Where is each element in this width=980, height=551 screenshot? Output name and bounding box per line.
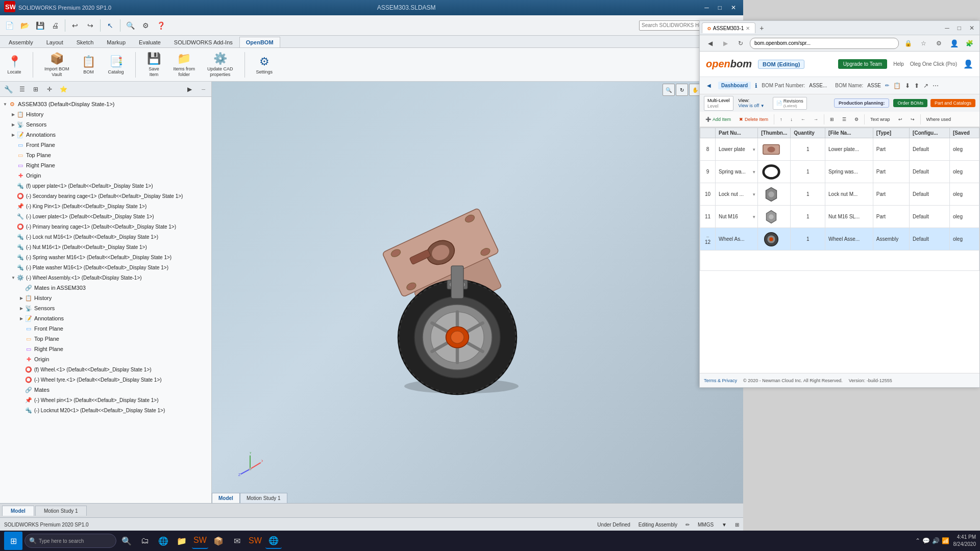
tree-filter2-btn[interactable]: ⏤ <box>197 83 209 95</box>
move-left-btn[interactable]: ← <box>797 115 809 124</box>
tree-item-assem303[interactable]: ▼ ⚙ ASSEM303 (Default<Display State-1>) <box>0 99 211 109</box>
table-row[interactable]: 11 Nut M16 ▼ 1 Nut M16 SL... Part Defaul… <box>700 206 979 228</box>
tree-move-btn[interactable]: ✛ <box>43 83 56 95</box>
vp-zoom-btn[interactable]: 🔍 <box>663 84 675 96</box>
taskbar-solidworks[interactable]: SW <box>192 533 208 549</box>
col-file-name[interactable]: [File Na... <box>825 128 873 138</box>
expand-arrow-s2[interactable]: ▶ <box>18 305 24 311</box>
taskbar-edge[interactable]: 🌐 <box>155 533 172 549</box>
ribbon-items-from-folder[interactable]: 📁 Items fromfolder <box>170 50 199 80</box>
bom-share2-icon[interactable]: ↗ <box>923 82 928 89</box>
col-thumbnail[interactable]: [Thumbn... <box>758 128 791 138</box>
expand-arrow-sensors[interactable]: ▶ <box>10 121 16 128</box>
help-button[interactable]: Help <box>893 61 904 67</box>
browser-minimize-btn[interactable]: ─ <box>942 24 952 32</box>
vp-rotate-btn[interactable]: ↻ <box>676 84 688 96</box>
back-arrow-btn[interactable]: ◀ <box>704 82 714 89</box>
tree-expand-btn[interactable]: ▶ <box>183 83 195 95</box>
tab-openbom[interactable]: OpenBOM <box>239 37 280 47</box>
redo-button[interactable]: ↪ <box>83 18 97 33</box>
tree-item-lower-plate[interactable]: ▶ 🔧 (-) Lower plate<1> (Default<<Default… <box>0 211 211 221</box>
table-row[interactable]: 9 Spring wa... ▼ 1 Spring was... Part De… <box>700 161 979 183</box>
print-button[interactable]: 🖨 <box>48 18 62 33</box>
grid-view-btn[interactable]: ⊞ <box>826 115 838 124</box>
taskbar-search-box[interactable]: 🔍 Type here to search <box>24 534 116 548</box>
browser-ext-btn[interactable]: 🧩 <box>963 37 975 49</box>
close-button[interactable]: ✕ <box>728 3 739 12</box>
move-right-btn[interactable]: → <box>810 115 822 124</box>
where-used-btn[interactable]: Where used <box>923 115 955 124</box>
taskbar-expand-icon[interactable]: ⌃ <box>915 537 920 544</box>
col-settings-btn[interactable]: ⚙ <box>851 115 862 124</box>
part-num-cell[interactable]: Lower plate ▼ <box>716 138 758 161</box>
tree-item-lock-nut[interactable]: ▶ 🔩 (-) Lock nut M16<1> (Default<<Defaul… <box>0 232 211 242</box>
tree-item-history2[interactable]: ▶ 📋 History <box>0 293 211 303</box>
table-row[interactable]: 10 Lock nut ... ▼ 1 Lock nut M... Part D… <box>700 183 979 206</box>
expand-status-icon[interactable]: ⊞ <box>735 522 739 528</box>
tree-list-btn[interactable]: ☰ <box>16 83 28 95</box>
bom-upload-icon[interactable]: ⬆ <box>914 82 919 89</box>
ribbon-locate[interactable]: 📍 Locate <box>4 53 24 77</box>
expand-arrow[interactable]: ▶ <box>10 111 16 117</box>
col-row-num[interactable] <box>700 128 716 138</box>
new-tab-button[interactable]: + <box>755 24 768 32</box>
dropdown-arrow[interactable]: ▼ <box>752 147 756 152</box>
expand-arrow-anno[interactable]: ▶ <box>10 132 16 138</box>
tree-item-right-plane1[interactable]: ▶ ▭ Right Plane <box>0 160 211 170</box>
table-row[interactable]: 8 Lower plate ▼ 1 Lower plate... Part De… <box>700 138 979 161</box>
minimize-button[interactable]: ─ <box>701 3 712 12</box>
browser-refresh-btn[interactable]: ↻ <box>734 37 747 49</box>
tab-model[interactable]: Model <box>212 493 240 503</box>
help-tb-button[interactable]: ❓ <box>154 18 168 33</box>
browser-forward-btn[interactable]: ▶ <box>719 37 731 49</box>
browser-close-btn[interactable]: ✕ <box>966 24 977 32</box>
taskbar-outlook[interactable]: ✉ <box>229 533 245 549</box>
tree-item-annotations2[interactable]: ▶ 📝 Annotations <box>0 313 211 323</box>
units-dropdown-icon[interactable]: ▼ <box>722 522 727 528</box>
tree-filter-btn[interactable]: ⭐ <box>57 83 69 95</box>
tree-item-sec-bearing[interactable]: ▶ ⭕ (-) Secondary bearing cage<1> (Defau… <box>0 191 211 201</box>
taskbar-files[interactable]: 🗂 <box>137 533 153 549</box>
tree-item-front-plane2[interactable]: ▭ Front Plane <box>0 323 211 334</box>
browser-back-btn[interactable]: ◀ <box>704 37 716 49</box>
browser-settings-btn[interactable]: ⚙ <box>933 37 945 49</box>
col-quantity[interactable]: Quantity <box>791 128 825 138</box>
ribbon-bom[interactable]: 📋 BOM <box>79 53 99 77</box>
taskbar-cortana[interactable]: 🔍 <box>118 533 135 549</box>
magnify-button[interactable]: 🔍 <box>123 18 137 33</box>
tree-item-nut-m16[interactable]: ▶ 🔩 (-) Nut M16<1> (Default<<Default>_Di… <box>0 242 211 252</box>
taskbar-sw2[interactable]: SW <box>247 533 263 549</box>
table-row[interactable]: – 12 Wheel As... 1 Wheel Asse... Assembl… <box>700 228 979 251</box>
bottom-tab-model[interactable]: Model <box>2 506 34 516</box>
tab-layout[interactable]: Layout <box>40 37 70 47</box>
tab-evaluate[interactable]: Evaluate <box>132 37 167 47</box>
expand-arrow-h2[interactable]: ▶ <box>18 295 24 301</box>
settings-button[interactable]: ⚙ <box>138 18 153 33</box>
ribbon-import-bom[interactable]: 📦 Import BOMVault <box>41 50 72 80</box>
tree-item-wheel-assembly[interactable]: ▼ ⚙️ (-) Wheel Assembly.<1> (Default<Dis… <box>0 272 211 283</box>
col-type[interactable]: [Type] <box>873 128 909 138</box>
browser-avatar-btn[interactable]: 👤 <box>948 37 960 49</box>
save-button[interactable]: 💾 <box>33 18 47 33</box>
tree-item-right-plane2[interactable]: ▭ Right Plane <box>0 344 211 354</box>
col-saved[interactable]: [Saved <box>950 128 979 138</box>
tab-motion-study[interactable]: Motion Study 1 <box>240 493 287 503</box>
open-button[interactable]: 📂 <box>17 18 32 33</box>
tree-item-locknut-m20[interactable]: 🔩 (-) Locknut M20<1> (Default<<Default>_… <box>0 405 211 415</box>
taskbar-chat-icon[interactable]: 💬 <box>922 537 930 544</box>
part-catalogs-button[interactable]: Part and Catalogs <box>930 99 975 107</box>
view-dropdown-icon[interactable]: ▼ <box>761 104 765 108</box>
tree-item-upper-plate[interactable]: ▶ 🔩 (f) upper plate<1> (Default<<Default… <box>0 181 211 191</box>
taskbar-network-icon[interactable]: 📶 <box>942 537 949 544</box>
maximize-button[interactable]: □ <box>715 3 725 12</box>
tree-grid-btn[interactable]: ⊞ <box>30 83 42 95</box>
delete-item-button[interactable]: ✖ Delete Item <box>736 115 772 124</box>
move-up-btn[interactable]: ↑ <box>776 115 786 124</box>
tree-item-wheel-tyre[interactable]: ⭕ (-) Wheel tyre.<1> (Default<<Default>_… <box>0 374 211 385</box>
col-part-num[interactable]: Part Nu... <box>716 128 758 138</box>
expand-arrow-a2[interactable]: ▶ <box>18 315 24 321</box>
redo-bom-btn[interactable]: ↪ <box>907 115 918 124</box>
taskbar-volume-icon[interactable]: 🔊 <box>932 537 940 544</box>
tree-item-mates-assem[interactable]: ▶ 🔗 Mates in ASSEM303 <box>0 283 211 293</box>
viewport[interactable]: 🔍 ↻ ✋ ⊞ ⊗ ⚙ X Y Z Model Motion Study 1 <box>212 82 743 503</box>
